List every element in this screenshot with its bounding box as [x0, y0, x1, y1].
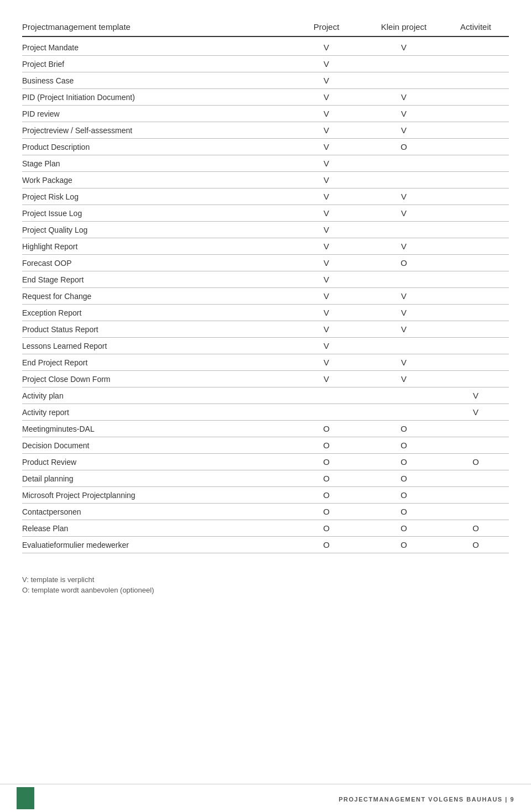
cell-project: O	[288, 540, 365, 549]
cell-klein: V	[365, 291, 442, 301]
cell-label: Contactpersonen	[22, 507, 288, 516]
col-header-template: Projectmanagement template	[22, 22, 288, 32]
cell-label: Lessons Learned Report	[22, 342, 288, 350]
cell-activiteit: V	[442, 407, 509, 417]
table-row: End Stage ReportV	[22, 271, 509, 288]
col-header-project: Project	[288, 22, 365, 32]
cell-klein: V	[365, 109, 442, 118]
table-row: Detail planningOO	[22, 470, 509, 487]
cell-klein: V	[365, 308, 442, 317]
legend-line1: V: template is verplicht	[22, 575, 509, 584]
table-row: Release PlanOOO	[22, 520, 509, 537]
table-row: Work PackageV	[22, 172, 509, 188]
table-row: Product Status ReportVV	[22, 321, 509, 338]
cell-project: V	[288, 208, 365, 218]
legend: V: template is verplicht O: template wor…	[22, 570, 509, 594]
cell-klein: O	[365, 457, 442, 467]
table-row: Lessons Learned ReportV	[22, 338, 509, 354]
cell-label: Highlight Report	[22, 242, 288, 251]
table-header: Projectmanagement template Project Klein…	[22, 22, 509, 37]
cell-label: Project Issue Log	[22, 209, 288, 218]
cell-label: Product Status Report	[22, 325, 288, 334]
footer-bar: PROJECTMANAGEMENT VOLGENS BAUHAUS | 9	[0, 784, 531, 812]
cell-label: Product Review	[22, 458, 288, 467]
table-row: Product DescriptionVO	[22, 139, 509, 155]
cell-activiteit: O	[442, 540, 509, 549]
cell-project: V	[288, 258, 365, 268]
table-row: Forecast OOPVO	[22, 255, 509, 271]
cell-label: Activity report	[22, 408, 288, 417]
table-row: Meetingminutes-DALOO	[22, 421, 509, 437]
cell-project: O	[288, 441, 365, 450]
cell-klein: O	[365, 523, 442, 533]
cell-klein: O	[365, 424, 442, 433]
cell-klein: O	[365, 142, 442, 151]
table-row: PID reviewVV	[22, 106, 509, 122]
cell-project: O	[288, 457, 365, 467]
cell-klein: V	[365, 92, 442, 102]
cell-project: V	[288, 192, 365, 201]
table-row: PID (Project Initiation Document)VV	[22, 89, 509, 106]
cell-label: Project Close Down Form	[22, 375, 288, 384]
cell-label: PID (Project Initiation Document)	[22, 93, 288, 102]
cell-klein: V	[365, 324, 442, 334]
cell-klein: O	[365, 441, 442, 450]
cell-label: Project Mandate	[22, 43, 288, 52]
table-row: Project BriefV	[22, 56, 509, 72]
cell-project: V	[288, 43, 365, 52]
cell-project: V	[288, 242, 365, 251]
table-row: Project Close Down FormVV	[22, 371, 509, 387]
table-row: Project Quality LogV	[22, 222, 509, 238]
cell-label: Forecast OOP	[22, 259, 288, 268]
cell-project: V	[288, 175, 365, 185]
table-row: End Project ReportVV	[22, 354, 509, 371]
table-row: Activity reportV	[22, 404, 509, 421]
cell-project: V	[288, 59, 365, 69]
cell-klein: O	[365, 474, 442, 483]
cell-label: Product Description	[22, 143, 288, 151]
table-body: Project MandateVVProject BriefVBusiness …	[22, 39, 509, 553]
cell-klein: V	[365, 43, 442, 52]
cell-project: V	[288, 92, 365, 102]
cell-project: V	[288, 358, 365, 367]
table-row: Decision DocumentOO	[22, 437, 509, 454]
cell-project: V	[288, 324, 365, 334]
cell-klein: V	[365, 125, 442, 135]
cell-label: Decision Document	[22, 441, 288, 450]
table-row: Activity planV	[22, 387, 509, 404]
cell-label: End Project Report	[22, 358, 288, 367]
cell-activiteit: O	[442, 523, 509, 533]
cell-label: Project Brief	[22, 60, 288, 69]
cell-project: V	[288, 374, 365, 384]
cell-project: O	[288, 474, 365, 483]
table-row: Request for ChangeVV	[22, 288, 509, 305]
cell-label: Project Risk Log	[22, 192, 288, 201]
cell-project: O	[288, 523, 365, 533]
cell-klein: O	[365, 507, 442, 516]
cell-klein: O	[365, 258, 442, 268]
table-row: Business CaseV	[22, 72, 509, 89]
cell-project: V	[288, 275, 365, 284]
cell-klein: V	[365, 374, 442, 384]
table-row: Project MandateVV	[22, 39, 509, 56]
cell-label: Meetingminutes-DAL	[22, 425, 288, 433]
cell-label: Stage Plan	[22, 159, 288, 168]
cell-label: Activity plan	[22, 391, 288, 400]
cell-project: V	[288, 109, 365, 118]
cell-klein: V	[365, 192, 442, 201]
cell-label: Business Case	[22, 76, 288, 85]
cell-klein: O	[365, 490, 442, 500]
cell-label: Request for Change	[22, 292, 288, 301]
cell-activiteit: V	[442, 391, 509, 400]
table-row: Evaluatieformulier medewerkerOOO	[22, 537, 509, 553]
cell-label: Microsoft Project Projectplanning	[22, 491, 288, 500]
cell-label: Evaluatieformulier medewerker	[22, 541, 288, 549]
table-row: Stage PlanV	[22, 155, 509, 172]
main-content: Projectmanagement template Project Klein…	[0, 0, 531, 607]
cell-project: V	[288, 125, 365, 135]
footer-text: PROJECTMANAGEMENT VOLGENS BAUHAUS | 9	[339, 796, 514, 803]
cell-project: V	[288, 159, 365, 168]
cell-project: V	[288, 142, 365, 151]
cell-label: Work Package	[22, 176, 288, 185]
cell-project: O	[288, 424, 365, 433]
